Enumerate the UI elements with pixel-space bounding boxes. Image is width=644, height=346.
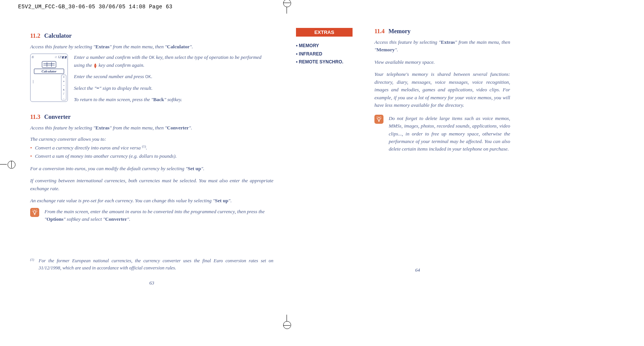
extras-list: MEMORY INFRARED REMOTE SYNCHRO. — [296, 42, 360, 66]
converter-p1: For a conversion into euros, you can mod… — [30, 165, 273, 172]
text: Enter a number and confirm with the — [74, 54, 149, 60]
bullet-icon: • — [30, 152, 32, 160]
memory-intro: Access this feature by selecting "Extras… — [374, 38, 510, 54]
back-word: Back — [153, 97, 164, 102]
memory-p1: View available memory space. — [374, 58, 510, 66]
signal-icon: ☆ 12!▮▯▮ — [54, 55, 66, 60]
extras-word: Extras — [95, 44, 109, 49]
text: ". — [127, 216, 130, 222]
calculator-instructions: Enter a number and confirm with the OK k… — [74, 54, 273, 107]
text: Access this feature by selecting " — [30, 44, 95, 49]
converter-tip: From the main screen, enter the amount i… — [30, 208, 273, 223]
text: " sign to display the result. — [99, 85, 152, 91]
crop-mark-top — [287, 7, 287, 14]
text: An exchange rate value is pre-set for ea… — [30, 198, 215, 203]
svg-point-0 — [34, 211, 36, 213]
text: ". — [395, 47, 398, 52]
section-title: Converter — [44, 114, 71, 120]
svg-point-1 — [378, 117, 380, 120]
calc-step-2: Enter the second number and press OK. — [74, 73, 273, 80]
converter-lead: The currency converter allows you to: — [30, 135, 273, 143]
extras-item-infrared: INFRARED — [296, 50, 360, 58]
text: Enter the second number and press — [74, 74, 145, 79]
battery-icon: ⎘ — [32, 55, 34, 60]
phone-illustration: ⎘ ☆ 12!▮▯▮ Calculator | =+−x/. — [30, 54, 68, 102]
page-number-63: 63 — [30, 280, 273, 286]
section-number: 11.4 — [374, 28, 385, 34]
text: " softkey. — [164, 97, 182, 102]
page-63: 11.2 Calculator Access this feature by s… — [30, 28, 273, 273]
phone-keypad-icon — [42, 61, 56, 68]
text: Convert a sum of money into another curr… — [35, 152, 177, 160]
text: To return to the main screen, press the … — [74, 97, 153, 102]
text: " from the main menu, then " — [110, 44, 167, 49]
ok-key: OK — [149, 55, 155, 60]
calculator-intro: Access this feature by selecting "Extras… — [30, 43, 273, 51]
phone-label: Calculator — [34, 69, 64, 74]
text: For a conversion into euros, you can mod… — [30, 166, 188, 171]
text: ". — [189, 125, 192, 131]
print-header: E5V2_UM_FCC-GB_30-06-05 30/06/05 14:08 P… — [18, 4, 172, 10]
text: Select the " — [74, 85, 97, 91]
page-number-64: 64 — [296, 267, 539, 273]
converter-intro: Access this feature by selecting "Extras… — [30, 124, 273, 132]
converter-p3: An exchange rate value is pre-set for ea… — [30, 197, 273, 205]
section-title: Calculator — [44, 32, 72, 39]
page-spread: 11.2 Calculator Access this feature by s… — [30, 28, 539, 273]
tip-icon — [30, 208, 39, 217]
text: . — [146, 145, 147, 151]
crop-mark-bottom — [287, 315, 287, 321]
page-64: EXTRAS MEMORY INFRARED REMOTE SYNCHRO. 1… — [296, 28, 539, 273]
footnote-text: For the former European national currenc… — [39, 257, 274, 272]
nav-arrows-icon: ▲▼ — [93, 63, 97, 68]
phone-status-bar: ⎘ ☆ 12!▮▯▮ — [32, 55, 66, 60]
text: ". — [201, 166, 204, 171]
bullet-icon: • — [30, 144, 32, 152]
text: " softkey and select " — [63, 216, 105, 222]
calc-step-4: To return to the main screen, press the … — [74, 96, 273, 103]
extras-item-remote-synchro: REMOTE SYNCHRO. — [296, 58, 360, 66]
converter-word: Converter — [167, 125, 189, 131]
section-11-3-heading: 11.3 Converter — [30, 114, 273, 120]
memory-tip-text: Do not forget to delete large items such… — [389, 115, 510, 153]
footnote-marker: (1) — [30, 257, 34, 272]
memory-word: Memory — [377, 47, 395, 52]
calc-step-1: Enter a number and confirm with the OK k… — [74, 54, 273, 69]
phone-cursor: | — [33, 79, 34, 83]
calculator-block: ⎘ ☆ 12!▮▯▮ Calculator | =+−x/. Enter a n… — [30, 54, 273, 107]
memory-column: 11.4 Memory Access this feature by selec… — [374, 28, 510, 253]
phone-operators: =+−x/. — [61, 75, 66, 100]
text: . — [151, 74, 152, 79]
options-word: Options — [47, 216, 64, 222]
extras-word: Extras — [441, 39, 455, 45]
extras-item-memory: MEMORY — [296, 42, 360, 50]
setup-word: Set up — [215, 198, 228, 203]
text: " from the main menu, then " — [110, 125, 167, 131]
text: Access this feature by selecting " — [374, 39, 441, 45]
text: key and confirm again. — [97, 62, 144, 68]
converter-word: Converter — [105, 216, 127, 222]
memory-p2: Your telephone's memory is shared betwee… — [374, 71, 510, 109]
section-number: 11.3 — [30, 114, 40, 120]
text: ". — [190, 44, 193, 49]
converter-bullet-2: • Convert a sum of money into another cu… — [30, 152, 273, 160]
section-title: Memory — [388, 28, 411, 34]
text: Access this feature by selecting " — [30, 125, 95, 131]
section-11-2-heading: 11.2 Calculator — [30, 32, 273, 39]
footnote-1: (1) For the former European national cur… — [30, 257, 273, 272]
extras-heading: EXTRAS — [296, 28, 353, 37]
setup-word: Set up — [188, 166, 201, 171]
calc-step-3: Select the "=" sign to display the resul… — [74, 85, 273, 92]
tip-icon — [374, 115, 383, 124]
section-number: 11.2 — [30, 32, 40, 39]
text: Convert a currency directly into euros a… — [35, 145, 142, 151]
text: ". — [228, 198, 232, 203]
section-11-4-heading: 11.4 Memory — [374, 28, 510, 35]
converter-bullet-1: • Convert a currency directly into euros… — [30, 144, 273, 152]
calculator-word: Calculator — [167, 44, 190, 49]
ok-key: OK — [145, 75, 151, 79]
memory-tip: Do not forget to delete large items such… — [374, 115, 510, 153]
crop-mark-left — [0, 164, 7, 165]
converter-p2: If converting between international curr… — [30, 177, 273, 192]
extras-word: Extras — [95, 125, 109, 131]
